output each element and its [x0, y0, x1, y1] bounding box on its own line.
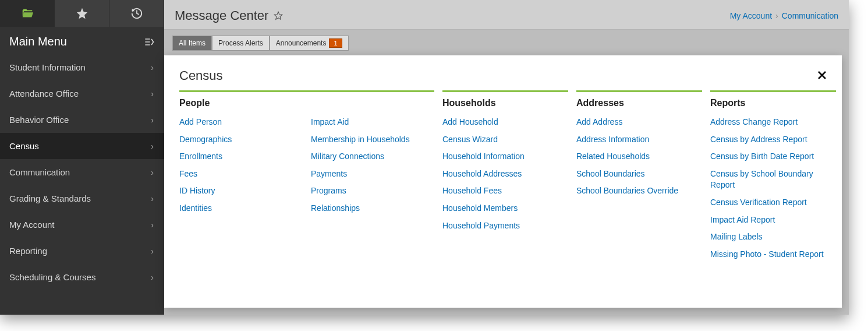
link-impact-aid-report[interactable]: Impact Aid Report [710, 215, 775, 224]
link-columns: Add HouseholdCensus WizardHousehold Info… [442, 117, 568, 237]
sidebar-item-grading-standards[interactable]: Grading & Standards› [0, 185, 164, 212]
chevron-right-icon: › [151, 273, 154, 282]
link-household-payments[interactable]: Household Payments [442, 221, 520, 230]
link-census-by-birth-date-report[interactable]: Census by Birth Date Report [710, 152, 814, 161]
breadcrumb-link-account[interactable]: My Account [730, 11, 772, 20]
link-address-information[interactable]: Address Information [576, 135, 649, 144]
sidebar-item-my-account[interactable]: My Account› [0, 212, 164, 238]
link-address-change-report[interactable]: Address Change Report [710, 117, 798, 126]
tab-announcements[interactable]: Announcements 1 [270, 36, 349, 51]
section-title: Households [442, 90, 568, 112]
link-fees[interactable]: Fees [179, 169, 197, 178]
chevron-right-icon: › [151, 89, 154, 98]
tabs-row: All Items Process Alerts Announcements 1 [164, 30, 849, 54]
link-census-by-school-boundary-report[interactable]: Census by School Boundary Report [710, 169, 813, 190]
link-add-person[interactable]: Add Person [179, 117, 222, 126]
folder-open-icon [21, 7, 34, 20]
collapse-icon[interactable] [143, 36, 155, 48]
link-id-history[interactable]: ID History [179, 186, 215, 195]
section-title: People [179, 90, 434, 112]
flyout-title: Census [179, 68, 223, 83]
link-related-households[interactable]: Related Households [576, 152, 650, 161]
star-outline-icon[interactable] [273, 10, 284, 21]
close-button[interactable] [817, 68, 827, 83]
link-add-address[interactable]: Add Address [576, 117, 622, 126]
breadcrumb: My Account › Communication [730, 11, 838, 20]
link-household-members[interactable]: Household Members [442, 203, 518, 213]
link-school-boundaries[interactable]: School Boundaries [576, 169, 645, 178]
tab-announcements-label: Announcements [276, 39, 327, 47]
link-household-fees[interactable]: Household Fees [442, 186, 502, 195]
sidebar-item-student-information[interactable]: Student Information› [0, 54, 164, 80]
link-list: Add PersonDemographicsEnrollmentsFeesID … [179, 117, 303, 214]
sidebar-item-label: Grading & Standards [9, 193, 91, 203]
link-membership-in-households[interactable]: Membership in Households [311, 135, 410, 144]
sidebar-item-reporting[interactable]: Reporting› [0, 238, 164, 264]
section-title: Addresses [576, 90, 702, 112]
link-census-verification-report[interactable]: Census Verification Report [710, 198, 807, 207]
link-demographics[interactable]: Demographics [179, 135, 232, 144]
tab-process-alerts-label: Process Alerts [218, 39, 263, 47]
sidebar-item-communication[interactable]: Communication› [0, 159, 164, 185]
link-columns: Address Change ReportCensus by Address R… [710, 117, 836, 266]
section-people: PeopleAdd PersonDemographicsEnrollmentsF… [179, 90, 434, 266]
link-enrollments[interactable]: Enrollments [179, 152, 222, 161]
link-column: Add AddressAddress InformationRelated Ho… [576, 117, 702, 203]
link-column: Add PersonDemographicsEnrollmentsFeesID … [179, 117, 303, 220]
page-header: Message Center My Account › Communicatio… [164, 0, 849, 30]
sidebar-item-label: Scheduling & Courses [9, 272, 95, 282]
sidebar-item-scheduling-courses[interactable]: Scheduling & Courses› [0, 264, 164, 290]
sidebar-item-label: My Account [9, 220, 55, 230]
link-school-boundaries-override[interactable]: School Boundaries Override [576, 186, 678, 195]
link-column: Impact AidMembership in HouseholdsMilita… [311, 117, 434, 220]
page-title-text: Message Center [175, 8, 268, 23]
chevron-right-icon: › [151, 247, 154, 256]
history-icon [130, 7, 143, 20]
chevron-right-icon: › [151, 63, 154, 72]
flyout-sections: PeopleAdd PersonDemographicsEnrollmentsF… [179, 90, 827, 266]
link-columns: Add PersonDemographicsEnrollmentsFeesID … [179, 117, 434, 220]
link-census-wizard[interactable]: Census Wizard [442, 135, 498, 144]
link-missing-photo-student-report[interactable]: Missing Photo - Student Report [710, 249, 824, 259]
breadcrumb-link-communication[interactable]: Communication [782, 11, 838, 20]
section-reports: ReportsAddress Change ReportCensus by Ad… [710, 90, 836, 266]
chevron-right-icon: › [151, 168, 154, 177]
link-identities[interactable]: Identities [179, 203, 212, 213]
link-mailing-labels[interactable]: Mailing Labels [710, 232, 763, 241]
link-household-addresses[interactable]: Household Addresses [442, 169, 522, 178]
tab-history[interactable] [109, 0, 164, 27]
close-icon [817, 71, 827, 80]
link-relationships[interactable]: Relationships [311, 203, 360, 213]
sidebar-item-label: Behavior Office [9, 115, 69, 125]
tab-all-items-label: All Items [179, 39, 206, 47]
link-military-connections[interactable]: Military Connections [311, 152, 384, 161]
tab-favorites[interactable] [55, 0, 109, 27]
link-programs[interactable]: Programs [311, 186, 346, 195]
link-payments[interactable]: Payments [311, 169, 347, 178]
sidebar-item-label: Attendance Office [9, 89, 79, 98]
sidebar-item-attendance-office[interactable]: Attendance Office› [0, 80, 164, 107]
section-households: HouseholdsAdd HouseholdCensus WizardHous… [442, 90, 568, 266]
link-column: Address Change ReportCensus by Address R… [710, 117, 836, 266]
sidebar-item-label: Communication [9, 167, 70, 177]
link-household-information[interactable]: Household Information [442, 152, 525, 161]
link-add-household[interactable]: Add Household [442, 117, 498, 126]
link-impact-aid[interactable]: Impact Aid [311, 117, 349, 126]
tab-all-items[interactable]: All Items [172, 36, 212, 51]
tab-folder[interactable] [0, 0, 55, 27]
sidebar-item-behavior-office[interactable]: Behavior Office› [0, 107, 164, 133]
chevron-right-icon: › [151, 194, 154, 203]
tab-process-alerts[interactable]: Process Alerts [212, 36, 270, 51]
link-census-by-address-report[interactable]: Census by Address Report [710, 135, 807, 144]
link-list: Impact AidMembership in HouseholdsMilita… [311, 117, 434, 214]
page-title: Message Center [175, 8, 284, 23]
link-columns: Add AddressAddress InformationRelated Ho… [576, 117, 702, 203]
census-flyout: Census PeopleAdd PersonDemographicsEnrol… [164, 55, 842, 308]
flyout-header: Census [179, 68, 827, 83]
section-addresses: AddressesAdd AddressAddress InformationR… [576, 90, 702, 266]
sidebar-item-census[interactable]: Census› [0, 133, 164, 159]
sidebar-item-label: Census [9, 141, 39, 151]
sidebar-item-label: Student Information [9, 62, 86, 72]
section-title: Reports [710, 90, 836, 112]
sidebar-item-label: Reporting [9, 246, 47, 256]
